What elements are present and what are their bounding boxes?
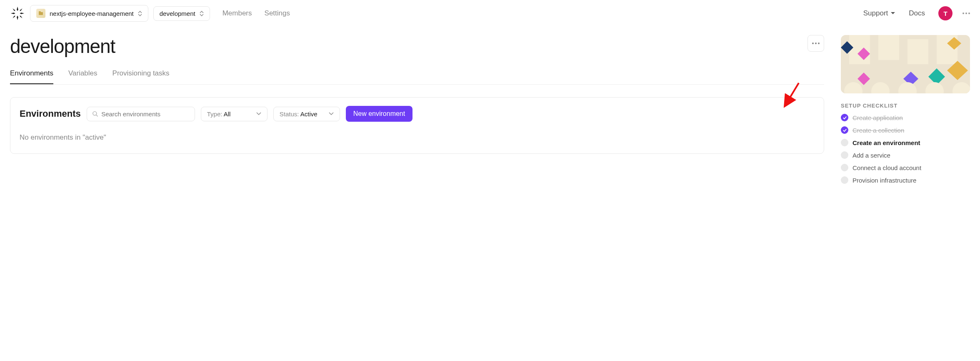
checklist-item-label: Connect a cloud account <box>852 164 921 171</box>
environments-panel: Environments Type: All Status: Active Ne… <box>10 97 824 154</box>
chevron-updown-icon <box>138 11 142 16</box>
new-environment-button[interactable]: New environment <box>346 106 413 122</box>
project-name: nextjs-employee-management <box>50 10 134 17</box>
more-icon[interactable] <box>962 13 970 14</box>
tabs: Environments Variables Provisioning task… <box>10 69 824 85</box>
status-value: Active <box>300 110 318 118</box>
svg-rect-1 <box>39 11 41 13</box>
svg-point-2 <box>962 13 964 14</box>
svg-rect-11 <box>878 35 899 60</box>
tab-provisioning[interactable]: Provisioning tasks <box>112 69 170 84</box>
check-pending-icon <box>841 164 848 171</box>
search-input-wrap[interactable] <box>87 107 195 121</box>
type-filter[interactable]: Type: All <box>201 107 268 121</box>
svg-point-4 <box>968 13 970 14</box>
svg-rect-10 <box>849 35 870 64</box>
caret-down-icon <box>890 12 895 15</box>
logo-icon[interactable] <box>10 6 25 21</box>
page-actions-button[interactable] <box>808 35 824 52</box>
check-pending-icon <box>841 176 848 184</box>
environment-name: development <box>160 10 195 17</box>
status-filter[interactable]: Status: Active <box>273 107 340 121</box>
chevron-updown-icon <box>200 11 204 16</box>
avatar[interactable]: T <box>938 6 952 20</box>
checklist-item-label: Create application <box>852 114 903 121</box>
checklist-item[interactable]: Create an environment <box>841 139 970 146</box>
check-pending-icon <box>841 151 848 159</box>
check-complete-icon <box>841 126 848 134</box>
checklist-item[interactable]: Provision infrastructure <box>841 176 970 184</box>
nav-members[interactable]: Members <box>222 9 252 18</box>
checklist-item[interactable]: Connect a cloud account <box>841 164 970 171</box>
top-header: nextjs-employee-management development M… <box>0 0 980 27</box>
environment-selector[interactable]: development <box>153 6 210 21</box>
chevron-down-icon <box>256 112 261 115</box>
tab-environments[interactable]: Environments <box>10 69 53 84</box>
svg-point-6 <box>815 43 817 44</box>
check-pending-icon <box>841 139 848 146</box>
decorative-banner <box>841 35 970 93</box>
checklist-item-label: Create an environment <box>852 139 920 146</box>
search-input[interactable] <box>101 110 190 118</box>
page-title: development <box>10 35 115 58</box>
checklist-item-label: Add a service <box>852 152 890 159</box>
check-complete-icon <box>841 114 848 121</box>
support-menu[interactable]: Support <box>863 9 896 18</box>
svg-rect-12 <box>908 39 928 64</box>
search-icon <box>92 110 98 117</box>
type-value: All <box>224 110 231 118</box>
checklist-item[interactable]: Add a service <box>841 151 970 159</box>
panel-title: Environments <box>20 108 81 119</box>
svg-point-7 <box>818 43 820 44</box>
status-label: Status: <box>280 110 299 118</box>
checklist-title: SETUP CHECKLIST <box>841 103 970 109</box>
svg-point-5 <box>812 43 814 44</box>
checklist-item[interactable]: Create a collection <box>841 126 970 134</box>
empty-state-message: No environments in "active" <box>20 133 815 142</box>
project-icon <box>36 9 45 18</box>
sidebar: SETUP CHECKLIST Create applicationCreate… <box>841 35 970 184</box>
docs-link[interactable]: Docs <box>909 9 925 18</box>
avatar-initial: T <box>943 10 947 17</box>
project-selector[interactable]: nextjs-employee-management <box>30 5 148 22</box>
checklist-item[interactable]: Create application <box>841 114 970 121</box>
type-label: Type: <box>207 110 222 118</box>
chevron-down-icon <box>329 112 334 115</box>
tab-variables[interactable]: Variables <box>68 69 98 84</box>
nav-settings[interactable]: Settings <box>265 9 290 18</box>
support-label: Support <box>863 9 888 18</box>
checklist-item-label: Create a collection <box>852 127 904 134</box>
checklist-item-label: Provision infrastructure <box>852 177 916 184</box>
svg-point-3 <box>965 13 967 14</box>
svg-rect-0 <box>39 12 43 15</box>
svg-point-8 <box>93 112 97 115</box>
